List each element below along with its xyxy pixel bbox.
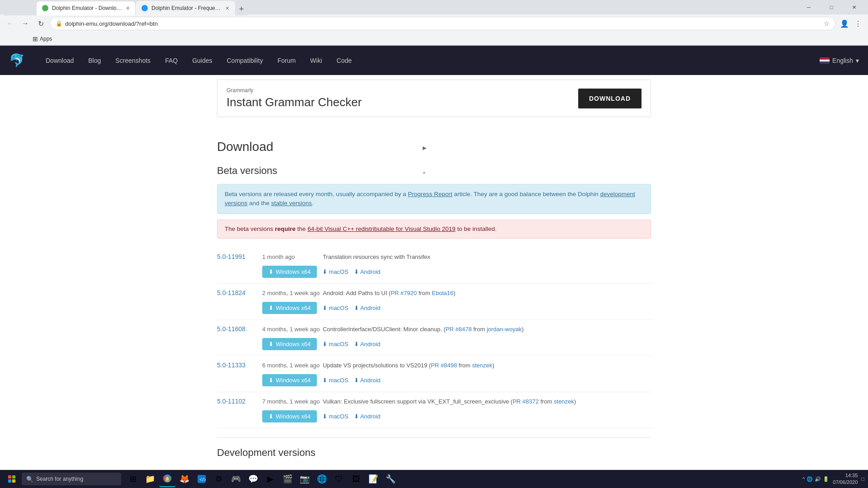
tray-icon-up[interactable]: ^: [802, 476, 805, 477]
flag-icon: [820, 57, 830, 64]
start-button[interactable]: [4, 471, 20, 477]
nav-guides[interactable]: Guides: [185, 48, 219, 73]
windows-download-4[interactable]: ⬇Windows x64: [262, 410, 317, 422]
url-bar[interactable]: 🔒 dolphin-emu.org/download/?ref=btn ☆: [50, 17, 835, 30]
app-icon-8[interactable]: 🛡: [331, 471, 347, 477]
site-logo[interactable]: 🐬: [9, 53, 25, 68]
menu-button[interactable]: ⋮: [852, 17, 864, 30]
profile-button[interactable]: 👤: [838, 17, 851, 30]
pr-link-2[interactable]: PR #8478: [446, 326, 472, 333]
chrome-icon[interactable]: [159, 471, 175, 477]
app-icon-5[interactable]: 🎬: [279, 471, 296, 477]
page-title: Download: [217, 140, 651, 154]
nav-download[interactable]: Download: [38, 48, 81, 73]
macos-icon-2: ⬇: [322, 341, 327, 347]
author-link-4[interactable]: stenzek: [554, 398, 574, 405]
nav-wiki[interactable]: Wiki: [303, 48, 329, 73]
android-download-4[interactable]: ⬇Android: [354, 413, 381, 420]
app-icon-11[interactable]: 🔧: [382, 471, 399, 477]
vscode-icon[interactable]: </>: [193, 471, 210, 477]
version-num-3[interactable]: 5.0-11333: [217, 361, 262, 369]
app-icon-7[interactable]: 🌐: [314, 471, 330, 477]
taskbar-search[interactable]: 🔍 Search for anything: [22, 473, 121, 477]
language-selector[interactable]: English ▾: [820, 57, 859, 64]
close-button[interactable]: ✕: [844, 0, 864, 14]
nav-blog[interactable]: Blog: [81, 48, 108, 73]
back-button[interactable]: ←: [4, 17, 16, 30]
bookmark-icon[interactable]: ☆: [824, 20, 830, 27]
version-desc-3: Update VS projects/solutions to VS2019 (…: [323, 362, 494, 369]
app-icon-1[interactable]: ⚙: [211, 471, 227, 477]
android-download-0[interactable]: ⬇Android: [354, 268, 381, 275]
app-icon-3[interactable]: 💬: [245, 471, 261, 477]
version-num-4[interactable]: 5.0-11102: [217, 398, 262, 405]
author-link-1[interactable]: Ebola16: [432, 290, 453, 296]
battery-icon[interactable]: 🔋: [823, 476, 829, 477]
android-download-1[interactable]: ⬇Android: [354, 305, 381, 311]
network-icon[interactable]: 🌐: [807, 476, 813, 477]
dev-section-title: Development versions: [217, 447, 651, 459]
reload-button[interactable]: ↻: [34, 17, 47, 30]
apps-label[interactable]: Apps: [40, 36, 52, 42]
minimize-button[interactable]: ─: [798, 0, 819, 14]
nav-faq[interactable]: FAQ: [158, 48, 185, 73]
app-icon-4[interactable]: ▶: [262, 471, 278, 477]
version-desc-0: Translation resources sync with Transife…: [323, 253, 430, 260]
author-link-3[interactable]: stenzek: [472, 362, 492, 369]
author-link-2[interactable]: jordan-woyak: [487, 326, 522, 333]
taskbar-clock[interactable]: 14:35 07/06/2020: [833, 472, 858, 477]
nav-screenshots[interactable]: Screenshots: [108, 48, 158, 73]
app-icon-9[interactable]: 🖼: [348, 471, 364, 477]
macos-download-3[interactable]: ⬇macOS: [322, 377, 348, 384]
version-num-0[interactable]: 5.0-11991: [217, 253, 262, 260]
ad-download-button[interactable]: DOWNLOAD: [578, 89, 642, 108]
notification-icon[interactable]: □: [861, 476, 864, 477]
android-download-3[interactable]: ⬇Android: [354, 377, 381, 384]
stable-versions-link[interactable]: stable versions: [271, 200, 312, 206]
tab-2-label: Dolphin Emulator - Frequently A...: [151, 5, 222, 11]
pr-link-3[interactable]: PR #8498: [431, 362, 457, 369]
version-desc-4: Vulkan: Exclusive fullscreen support via…: [323, 398, 576, 405]
volume-icon[interactable]: 🔊: [815, 476, 821, 477]
macos-download-2[interactable]: ⬇macOS: [322, 341, 348, 347]
tab-1-close[interactable]: ×: [126, 5, 130, 12]
tab-1[interactable]: Dolphin Emulator - Download ×: [36, 1, 136, 15]
pr-link-4[interactable]: PR #8372: [513, 398, 539, 405]
tab-1-favicon: [42, 5, 48, 11]
address-bar: ← → ↻ 🔒 dolphin-emu.org/download/?ref=bt…: [0, 14, 868, 33]
macos-download-0[interactable]: ⬇macOS: [322, 268, 348, 275]
download-arrow-icon-3: ⬇: [269, 377, 274, 384]
app-icon-6[interactable]: 📷: [297, 471, 313, 477]
tab-2[interactable]: Dolphin Emulator - Frequently A... ×: [136, 1, 235, 15]
app-icon-10[interactable]: 📝: [365, 471, 382, 477]
maximize-button[interactable]: □: [821, 0, 842, 14]
windows-download-0[interactable]: ⬇Windows x64: [262, 266, 317, 278]
file-explorer-icon[interactable]: 📁: [142, 471, 158, 477]
windows-download-2[interactable]: ⬇Windows x64: [262, 338, 317, 350]
macos-download-4[interactable]: ⬇macOS: [322, 413, 348, 420]
windows-download-1[interactable]: ⬇Windows x64: [262, 302, 317, 314]
vcredist-link[interactable]: 64-bit Visual C++ redistributable for Vi…: [307, 225, 455, 232]
android-icon-3: ⬇: [354, 377, 359, 384]
forward-button[interactable]: →: [19, 17, 32, 30]
version-num-1[interactable]: 5.0-11824: [217, 289, 262, 296]
version-num-2[interactable]: 5.0-11608: [217, 325, 262, 333]
nav-compatibility[interactable]: Compatibility: [220, 48, 270, 73]
task-view-icon[interactable]: ⊞: [125, 471, 141, 477]
system-tray: ^ 🌐 🔊 🔋: [802, 476, 829, 477]
app-icon-2[interactable]: 🎮: [228, 471, 244, 477]
new-tab-button[interactable]: +: [235, 3, 248, 15]
tab-2-close[interactable]: ×: [226, 5, 229, 12]
windows-download-3[interactable]: ⬇Windows x64: [262, 374, 317, 386]
macos-download-icon: ⬇: [322, 268, 327, 275]
firefox-icon[interactable]: 🦊: [176, 471, 193, 477]
ad-close-icon[interactable]: ×: [423, 170, 425, 175]
pr-link-1[interactable]: PR #7920: [391, 290, 417, 296]
progress-report-link[interactable]: Progress Report: [408, 191, 452, 197]
nav-code[interactable]: Code: [330, 48, 359, 73]
android-download-2[interactable]: ⬇Android: [354, 341, 381, 347]
warning-text-3: to be installed.: [456, 225, 497, 232]
macos-download-1[interactable]: ⬇macOS: [322, 305, 348, 311]
nav-forum[interactable]: Forum: [270, 48, 303, 73]
version-desc-1: Android: Add Paths to UI (PR #7920 from …: [323, 290, 455, 296]
